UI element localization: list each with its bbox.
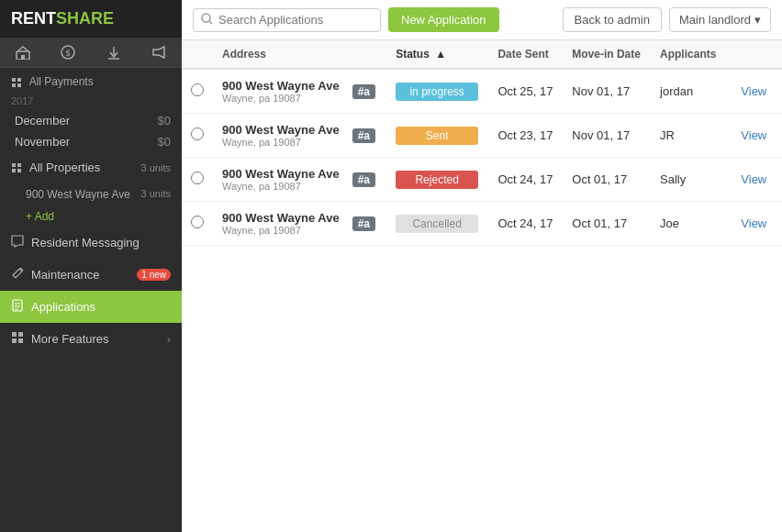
status-cell-1: Sent	[386, 114, 488, 158]
landlord-label: Main landlord	[679, 13, 751, 27]
all-properties-header[interactable]: All Properties 3 units	[0, 152, 182, 183]
add-property-button[interactable]	[0, 38, 46, 67]
view-button-0[interactable]: View	[735, 83, 772, 100]
row-radio-3[interactable]	[191, 216, 204, 228]
col-applicants[interactable]: Applicants	[651, 40, 726, 69]
date-sent-cell-1: Oct 23, 17	[488, 114, 563, 158]
logo-rent: RENT	[11, 9, 56, 28]
sidebar-item-resident-messaging[interactable]: Resident Messaging	[0, 227, 182, 259]
svg-marker-15	[12, 236, 23, 247]
applicants-cell-1: JR	[651, 114, 726, 158]
view-button-3[interactable]: View	[735, 215, 772, 232]
view-cell-2: View	[726, 158, 782, 202]
applications-table: Address Status ▲ Date Sent Move-in Date …	[182, 40, 782, 246]
svg-rect-1	[21, 55, 25, 60]
address-cell-3: 900 West Wayne Ave Wayne, pa 19087 #a	[213, 202, 386, 246]
status-badge-0: in progress	[396, 83, 478, 101]
svg-rect-24	[18, 338, 23, 343]
row-radio-cell	[182, 202, 213, 246]
svg-marker-6	[153, 47, 164, 58]
messaging-icon	[11, 235, 24, 250]
svg-rect-14	[17, 169, 21, 172]
sidebar-item-maintenance[interactable]: Maintenance 1 new	[0, 259, 182, 291]
all-payments-header[interactable]: All Payments	[0, 68, 182, 92]
svg-rect-13	[12, 169, 16, 172]
landlord-dropdown[interactable]: Main landlord ▾	[669, 7, 771, 32]
view-button-2[interactable]: View	[735, 171, 772, 188]
row-radio-2[interactable]	[191, 172, 204, 184]
sidebar: RENTSHARE $ All Payments 2017 December $…	[0, 0, 182, 532]
svg-point-25	[202, 14, 210, 22]
table-row[interactable]: 900 West Wayne Ave Wayne, pa 19087 #a Ca…	[182, 202, 782, 246]
address-cell-1: 900 West Wayne Ave Wayne, pa 19087 #a	[213, 114, 386, 158]
movein-date-cell-1: Nov 01, 17	[563, 114, 651, 158]
payment-december[interactable]: December $0	[0, 110, 182, 131]
sidebar-item-label-maintenance: Maintenance	[31, 268, 99, 282]
dollar-icon: $	[61, 45, 75, 60]
add-property-link[interactable]: + Add	[0, 206, 182, 227]
sidebar-item-more-features[interactable]: More Features ›	[0, 323, 182, 355]
address-cell-2: 900 West Wayne Ave Wayne, pa 19087 #a	[213, 158, 386, 202]
view-button-1[interactable]: View	[735, 127, 772, 144]
sidebar-item-applications[interactable]: Applications	[0, 291, 182, 323]
sidebar-item-label-messaging: Resident Messaging	[31, 236, 140, 249]
download-icon	[106, 45, 121, 60]
topbar: New Application Back to admin Main landl…	[182, 0, 782, 40]
row-radio-cell	[182, 114, 213, 158]
all-payments-label: All Payments	[11, 75, 94, 88]
col-status[interactable]: Status ▲	[386, 40, 488, 69]
status-cell-2: Rejected	[386, 158, 488, 202]
applications-table-container: Address Status ▲ Date Sent Move-in Date …	[182, 40, 782, 532]
col-address[interactable]: Address	[213, 40, 386, 69]
add-building-icon	[16, 45, 30, 60]
row-radio-1[interactable]	[191, 127, 204, 140]
grid-small-icon	[11, 162, 22, 173]
status-cell-0: in progress	[386, 69, 488, 114]
all-properties-count: 3 units	[141, 162, 171, 173]
movein-date-cell-0: Nov 01, 17	[563, 69, 651, 114]
sidebar-toolbar: $	[0, 38, 182, 68]
table-row[interactable]: 900 West Wayne Ave Wayne, pa 19087 #a in…	[182, 69, 782, 114]
unit-badge-3: #a	[352, 216, 375, 231]
back-to-admin-button[interactable]: Back to admin	[563, 7, 662, 32]
new-application-button[interactable]: New Application	[388, 7, 499, 32]
table-row[interactable]: 900 West Wayne Ave Wayne, pa 19087 #a Re…	[182, 158, 782, 202]
svg-rect-22	[18, 332, 23, 337]
grid-icon	[11, 77, 22, 88]
view-cell-3: View	[726, 202, 782, 246]
row-radio-0[interactable]	[191, 83, 204, 96]
applicants-cell-3: Joe	[651, 202, 726, 246]
maintenance-icon	[11, 267, 24, 283]
address-main-2: 900 West Wayne Ave	[222, 167, 340, 181]
unit-badge-2: #a	[352, 172, 375, 187]
table-row[interactable]: 900 West Wayne Ave Wayne, pa 19087 #a Se…	[182, 114, 782, 158]
payment-november[interactable]: November $0	[0, 131, 182, 152]
svg-rect-12	[17, 163, 21, 167]
address-sub-1: Wayne, pa 19087	[222, 137, 340, 148]
logo: RENTSHARE	[0, 0, 182, 38]
sidebar-item-label-more: More Features	[31, 332, 109, 346]
sort-arrow-icon: ▲	[435, 48, 446, 61]
col-date-sent[interactable]: Date Sent	[488, 40, 563, 69]
main-content: New Application Back to admin Main landl…	[182, 0, 782, 532]
unit-badge-1: #a	[352, 128, 375, 143]
movein-date-cell-2: Oct 01, 17	[563, 158, 651, 202]
address-sub-3: Wayne, pa 19087	[222, 225, 340, 236]
search-input[interactable]	[218, 13, 373, 27]
row-radio-cell	[182, 69, 213, 114]
property-name: 900 West Wayne Ave	[26, 188, 130, 201]
download-button[interactable]	[91, 38, 137, 67]
status-badge-3: Cancelled	[396, 215, 478, 233]
landlord-chevron-icon: ▾	[754, 13, 761, 27]
col-movein-date[interactable]: Move-in Date	[563, 40, 651, 69]
row-radio-cell	[182, 158, 213, 202]
svg-rect-7	[12, 78, 16, 82]
logo-share: SHARE	[56, 9, 114, 28]
announce-button[interactable]	[137, 38, 183, 67]
address-cell-0: 900 West Wayne Ave Wayne, pa 19087 #a	[213, 69, 386, 114]
property-900-wayne[interactable]: 900 West Wayne Ave 3 units	[0, 183, 182, 206]
more-features-chevron: ›	[167, 333, 171, 346]
payment-button[interactable]: $	[46, 38, 92, 67]
search-icon	[201, 13, 213, 28]
svg-rect-10	[17, 83, 21, 87]
